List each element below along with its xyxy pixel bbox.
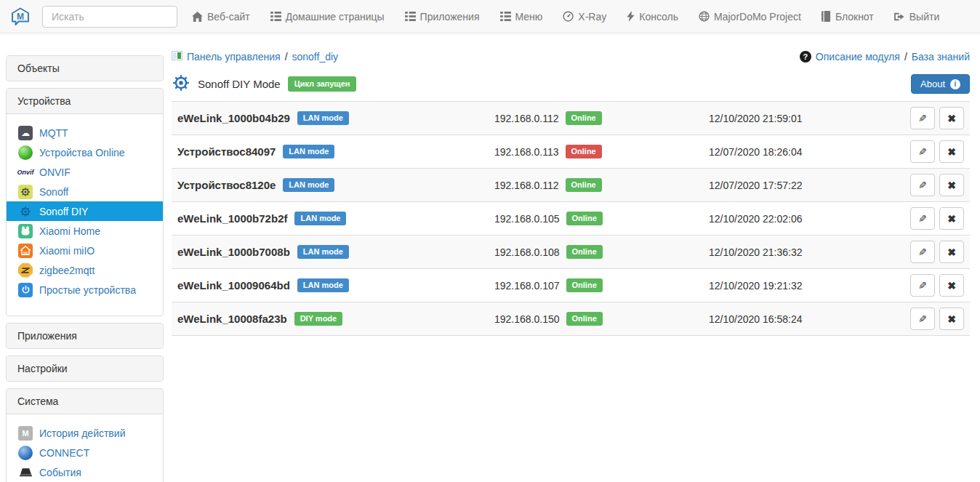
sidebar-item-action-history[interactable]: M История действий — [7, 423, 163, 443]
delete-button[interactable]: ✖ — [939, 308, 964, 330]
status-badge: Online — [566, 312, 603, 326]
sidebar-section-applications: Приложения — [6, 323, 164, 349]
edit-button[interactable]: ✎ — [910, 140, 935, 163]
device-ip: 192.168.0.112 — [494, 113, 559, 124]
pencil-icon: ✎ — [918, 213, 927, 225]
nav-item-console[interactable]: Консоль — [616, 11, 688, 23]
delete-icon: ✖ — [947, 113, 956, 124]
delete-button[interactable]: ✖ — [939, 207, 964, 230]
edit-button[interactable]: ✎ — [910, 274, 935, 297]
mode-badge: DIY mode — [294, 312, 343, 326]
last-updated: 12/10/2020 19:21:32 — [709, 280, 905, 292]
bolt-icon — [627, 11, 635, 22]
main-content: Панель управления / sonoff_diy ? Описани… — [164, 33, 980, 482]
last-updated: 12/07/2020 17:57:22 — [709, 180, 905, 191]
sidebar-section-settings: Настройки — [6, 356, 164, 382]
nav-item-majordomo-project[interactable]: MajorDoMo Project — [688, 11, 811, 23]
system-list: M История действий CONNECT События — [7, 414, 163, 482]
nav-item-notebook[interactable]: Блокнот — [811, 11, 884, 23]
majordomo-logo-icon[interactable]: M — [10, 7, 31, 27]
svg-text:M: M — [17, 12, 24, 22]
mqtt-icon: ☁ — [18, 126, 33, 140]
edit-button[interactable]: ✎ — [910, 207, 935, 230]
search-input[interactable] — [42, 6, 177, 28]
section-header-objects[interactable]: Объекты — [7, 56, 163, 81]
sidebar-item-sonoff[interactable]: Sonoff — [7, 182, 163, 201]
sidebar-item-events[interactable]: События — [7, 462, 163, 482]
nav-item-logout[interactable]: Выйти — [884, 11, 949, 23]
sidebar-section-devices: Устройства ☁ MQTT Устройства Online Onvi… — [6, 88, 164, 316]
device-ip: 192.168.0.150 — [494, 313, 560, 325]
xiaomi-home-icon — [18, 224, 33, 238]
nav-item-applications[interactable]: Приложения — [395, 11, 490, 23]
delete-icon: ✖ — [947, 246, 956, 258]
sidebar-item-simple-devices[interactable]: Простые устройства — [7, 280, 163, 300]
delete-button[interactable]: ✖ — [939, 107, 964, 129]
cycle-status-badge: Цикл запущен — [288, 76, 357, 92]
device-name: eWeLink_1000b04b29 — [177, 112, 290, 124]
nav-item-xray[interactable]: X-Ray — [553, 11, 616, 23]
device-name: Устройствос8120e — [177, 179, 276, 191]
gauge-icon — [563, 11, 574, 22]
status-badge: Online — [566, 145, 602, 158]
edit-button[interactable]: ✎ — [910, 174, 935, 196]
delete-button[interactable]: ✖ — [939, 241, 964, 263]
section-header-applications[interactable]: Приложения — [7, 324, 163, 348]
info-icon: i — [950, 79, 960, 89]
help-icon: ? — [800, 51, 811, 63]
nav-item-menu[interactable]: Меню — [490, 11, 553, 23]
delete-button[interactable]: ✖ — [939, 140, 964, 163]
globe-icon — [699, 11, 710, 22]
sonoff-gear-icon — [18, 185, 33, 199]
notebook-icon — [822, 11, 831, 22]
device-name: eWeLink_1000b72b2f — [177, 212, 287, 225]
edit-button[interactable]: ✎ — [910, 241, 935, 263]
delete-icon: ✖ — [947, 313, 956, 325]
mode-badge: LAN mode — [283, 178, 334, 192]
table-row: eWeLink_1000b72b2f LAN mode 192.168.0.10… — [172, 202, 970, 236]
sidebar-item-connect[interactable]: CONNECT — [7, 443, 163, 462]
edit-button[interactable]: ✎ — [910, 107, 935, 129]
section-header-devices[interactable]: Устройства — [7, 89, 163, 113]
module-description-link[interactable]: Описание модуля — [816, 51, 900, 63]
sidebar-item-zigbee2mqtt[interactable]: zigbee2mqtt — [7, 260, 163, 280]
online-sphere-icon — [18, 145, 33, 160]
device-ip: 192.168.0.108 — [494, 246, 560, 258]
breadcrumb-current-link[interactable]: sonoff_diy — [292, 51, 339, 63]
nav-items: Веб-сайт Домашние страницы Приложения Ме… — [182, 11, 949, 23]
table-row: eWeLink_10008fa23b DIY mode 192.168.0.15… — [172, 302, 970, 336]
sonoff-gear-icon — [18, 204, 33, 219]
delete-button[interactable]: ✖ — [939, 274, 964, 297]
sidebar-item-xiaomi-miio[interactable]: Xiaomi miIO — [7, 241, 163, 260]
nav-item-website[interactable]: Веб-сайт — [182, 11, 260, 23]
delete-icon: ✖ — [947, 146, 956, 158]
sidebar-item-mqtt[interactable]: ☁ MQTT — [7, 123, 163, 142]
sidebar-item-devices-online[interactable]: Устройства Online — [7, 142, 163, 162]
edit-button[interactable]: ✎ — [910, 308, 935, 330]
sidebar-item-xiaomi-home[interactable]: Xiaomi Home — [7, 221, 163, 241]
mode-badge: LAN mode — [297, 111, 349, 125]
sidebar: Объекты Устройства ☁ MQTT Устройства Onl… — [6, 55, 164, 482]
mode-badge: LAN mode — [283, 145, 334, 158]
section-header-system[interactable]: Система — [7, 389, 163, 414]
about-button[interactable]: About i — [911, 74, 970, 94]
delete-icon: ✖ — [947, 180, 956, 191]
device-name: eWeLink_1000b7008b — [177, 246, 290, 258]
search-box — [42, 6, 177, 28]
device-name: eWeLink_10008fa23b — [177, 313, 287, 325]
mode-badge: LAN mode — [294, 212, 346, 225]
power-icon — [18, 283, 33, 297]
knowledge-base-link[interactable]: База знаний — [912, 51, 970, 63]
device-name: Устройствос84097 — [177, 145, 276, 158]
pencil-icon: ✎ — [918, 113, 927, 124]
history-icon: M — [18, 426, 33, 441]
last-updated: 12/07/2020 18:26:04 — [709, 146, 905, 158]
delete-button[interactable]: ✖ — [939, 174, 964, 196]
device-ip: 192.168.0.107 — [494, 280, 560, 292]
nav-item-home-pages[interactable]: Домашние страницы — [260, 11, 395, 23]
sonoff-diy-gear-icon — [172, 73, 190, 95]
breadcrumb-control-panel-link[interactable]: Панель управления — [187, 51, 281, 63]
sidebar-item-sonoff-diy[interactable]: Sonoff DIY — [7, 201, 163, 221]
section-header-settings[interactable]: Настройки — [7, 356, 163, 381]
sidebar-item-onvif[interactable]: Onvif ONVIF — [7, 162, 163, 182]
